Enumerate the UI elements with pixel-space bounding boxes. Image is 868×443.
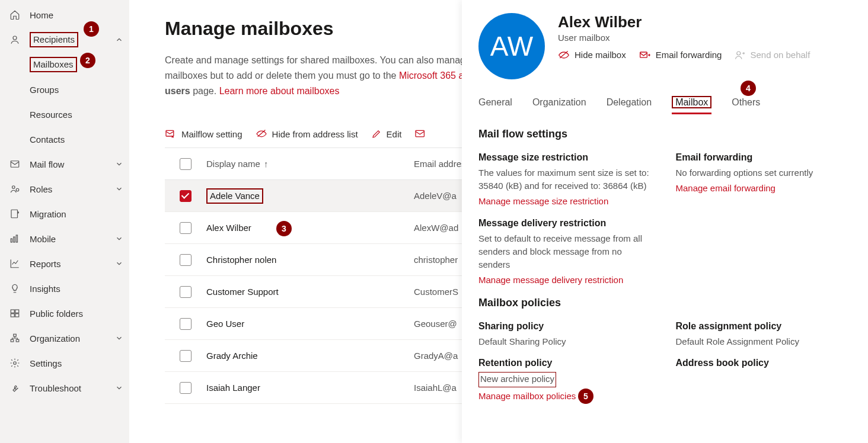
sidebar-item-recipients[interactable]: Recipients <box>0 27 129 52</box>
annotation-badge-4: 4 <box>741 81 756 96</box>
sidebar-item-label: Public folders <box>30 309 83 319</box>
ef-link[interactable]: Manage email forwarding <box>676 183 852 193</box>
svg-rect-4 <box>11 210 18 218</box>
row-checkbox[interactable] <box>180 350 192 362</box>
mailflow-setting-button[interactable]: Mailflow setting <box>165 129 242 139</box>
svg-point-19 <box>737 52 741 55</box>
avatar: AW <box>478 13 545 79</box>
svg-rect-8 <box>11 310 14 313</box>
row-checkbox[interactable] <box>180 286 192 298</box>
mobile-icon <box>8 233 21 244</box>
mail-icon <box>8 159 21 169</box>
svg-rect-9 <box>15 310 19 313</box>
row-checkbox[interactable] <box>180 190 192 202</box>
chevron-down-icon <box>115 259 123 268</box>
reports-icon <box>8 258 21 269</box>
forward-icon <box>639 51 651 59</box>
svg-rect-14 <box>16 339 19 342</box>
sidebar-item-mailboxes[interactable]: Mailboxes <box>0 52 129 77</box>
svg-point-3 <box>16 188 19 191</box>
sidebar-item-groups[interactable]: Groups <box>0 77 129 102</box>
edit-icon <box>371 129 382 139</box>
hide-icon <box>558 51 570 59</box>
svg-point-0 <box>13 36 17 40</box>
mp-link[interactable]: Manage mailbox policies <box>478 391 655 401</box>
sidebar-item-insights[interactable]: Insights <box>0 276 129 301</box>
toolbar-label: Hide from address list <box>272 129 358 139</box>
sp-text: Default Sharing Policy <box>478 335 655 348</box>
tab-general[interactable]: General <box>478 97 512 114</box>
sidebar-item-label: Roles <box>30 184 52 194</box>
row-name: Adele Vance <box>206 188 414 204</box>
sidebar-item-migration[interactable]: Migration <box>0 201 129 226</box>
tab-mailbox[interactable]: Mailbox <box>672 97 711 114</box>
svg-rect-10 <box>11 314 14 317</box>
hide-mailbox-button[interactable]: Hide mailbox <box>558 50 626 60</box>
sidebar-item-label: Settings <box>30 358 62 368</box>
sort-asc-icon: ↑ <box>264 159 269 169</box>
row-checkbox[interactable] <box>180 318 192 330</box>
panel-header: AW Alex Wilber User mailbox Hide mailbox… <box>462 0 868 88</box>
svg-rect-13 <box>11 339 14 342</box>
annotation-badge-5: 5 <box>578 389 593 404</box>
svg-rect-5 <box>11 239 12 242</box>
mdr-link[interactable]: Manage message delivery restriction <box>478 275 655 285</box>
select-all-checkbox[interactable] <box>180 158 192 170</box>
sidebar-item-reports[interactable]: Reports <box>0 251 129 276</box>
msr-link[interactable]: Manage message size restriction <box>478 196 655 206</box>
sidebar-item-resources[interactable]: Resources <box>0 102 129 127</box>
sidebar-item-label: Insights <box>30 284 60 294</box>
tab-delegation[interactable]: Delegation <box>607 97 652 114</box>
sidebar-item-roles[interactable]: Roles <box>0 176 129 201</box>
sidebar-item-settings[interactable]: Settings <box>0 351 129 375</box>
sidebar-item-label: Groups <box>30 85 59 95</box>
sidebar-item-contacts[interactable]: Contacts <box>0 127 129 152</box>
ef-text: No forwarding options set currently <box>676 166 852 179</box>
row-checkbox[interactable] <box>180 222 192 234</box>
sidebar-item-label: Resources <box>30 110 72 120</box>
sidebar-item-troubleshoot[interactable]: Troubleshoot <box>0 375 129 400</box>
svg-rect-11 <box>15 314 19 317</box>
toolbar-label: Mailflow setting <box>181 129 242 139</box>
link-learn-more[interactable]: Learn more about mailboxes <box>219 86 340 96</box>
section-mailbox-policies: Mailbox policies <box>478 297 851 309</box>
svg-rect-6 <box>14 237 15 242</box>
row-checkbox[interactable] <box>180 254 192 266</box>
mailflow-icon <box>165 129 177 139</box>
sidebar-item-organization[interactable]: Organization <box>0 326 129 351</box>
sidebar-item-label: Contacts <box>30 134 65 145</box>
panel-user-name: Alex Wilber <box>558 13 851 31</box>
hide-from-list-button[interactable]: Hide from address list <box>256 129 358 139</box>
sidebar-item-label: Mail flow <box>30 159 64 169</box>
migration-icon <box>8 208 21 219</box>
edit-button[interactable]: Edit <box>371 129 402 139</box>
svg-rect-18 <box>640 52 647 57</box>
annotation-badge-1: 1 <box>84 21 99 37</box>
mdr-text: Set to default to receive message from a… <box>478 232 655 271</box>
sidebar-item-mobile[interactable]: Mobile <box>0 226 129 251</box>
sidebar-item-home[interactable]: Home <box>0 2 129 27</box>
panel-user-subtitle: User mailbox <box>558 33 851 43</box>
svg-rect-7 <box>16 235 17 242</box>
col-header-name[interactable]: Display name↑ <box>206 159 414 169</box>
sidebar-item-mailflow[interactable]: Mail flow <box>0 152 129 176</box>
person-icon <box>8 34 21 45</box>
insights-icon <box>8 283 21 294</box>
tab-others[interactable]: Others <box>732 97 760 114</box>
details-panel: AW Alex Wilber User mailbox Hide mailbox… <box>462 0 868 443</box>
sidebar-item-publicfolders[interactable]: Public folders <box>0 301 129 326</box>
row-checkbox[interactable] <box>180 382 192 394</box>
svg-rect-16 <box>166 130 174 136</box>
publicfolders-icon <box>8 308 21 319</box>
more-button[interactable] <box>414 129 426 139</box>
sidebar-item-label: Troubleshoot <box>30 383 81 393</box>
wrench-icon <box>8 383 21 393</box>
sidebar-item-label: Reports <box>30 259 61 269</box>
tab-organization[interactable]: Organization <box>532 97 586 114</box>
email-forwarding-button[interactable]: Email forwarding <box>639 50 722 60</box>
sidebar: Home Recipients Mailboxes Groups Resourc… <box>0 0 129 443</box>
row-name: Christopher nolen <box>206 255 414 265</box>
row-name: Customer Support <box>206 287 414 297</box>
svg-rect-17 <box>416 130 424 136</box>
sidebar-item-label: Mobile <box>30 234 56 244</box>
